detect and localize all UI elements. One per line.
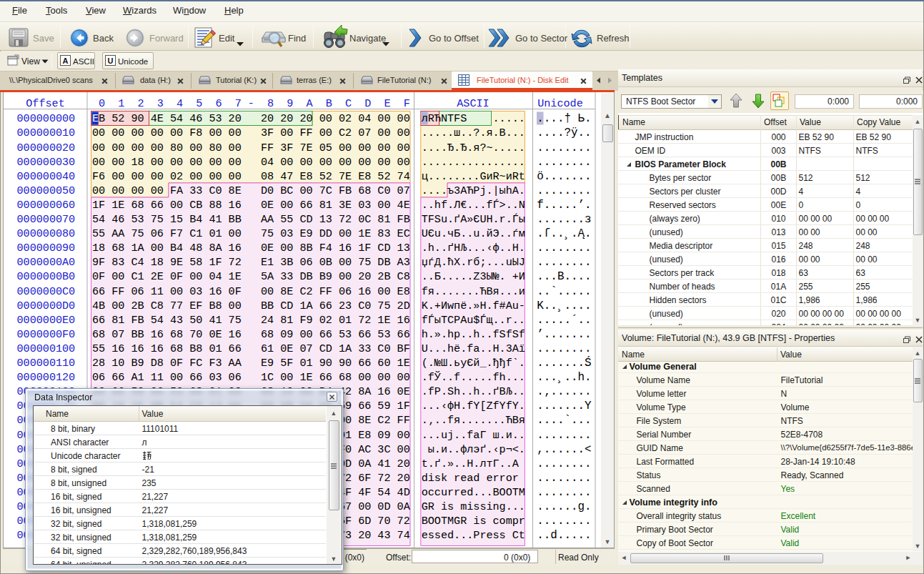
svg-text:........: ........ [537, 457, 591, 470]
svg-text:000000090: 000000090 [17, 242, 76, 254]
svg-text:0000000C0: 0000000C0 [17, 285, 76, 298]
svg-text:.‚..fя.......ЋВя: .‚..fя.......ЋВя [422, 414, 525, 427]
svg-text:........: ........ [537, 429, 591, 442]
svg-text:......g.: ......g. [537, 500, 591, 513]
svg-text:....?ÿ..: ....?ÿ.. [537, 127, 591, 139]
svg-text:(.№Ш.ьуЄй_.ђђf`.: (.№Ш.ьуЄй_.ђђf`. [422, 357, 525, 370]
svg-text:BOOTMGR is compr: BOOTMGR is compr [422, 515, 525, 528]
svg-text:00 00 00 00 80 00 80 00 FF 3: 00 00 00 00 80 00 80 00 FF 3F 7E 05 00 0… [92, 142, 410, 154]
svg-text:essed...Press Ct: essed...Press Ct [422, 529, 525, 542]
svg-text:1F 1E 68 66 00 CB 88 16 0E 0: 1F 1E 68 66 00 CB 88 16 0E 00 66 81 3E 0… [92, 199, 410, 212]
svg-text:occurred...BOOTM: occurred...BOOTM [422, 486, 525, 499]
svg-text:ASCII: ASCII [457, 97, 489, 110]
svg-text:0000000B0: 0000000B0 [17, 270, 76, 283]
svg-text:000000080: 000000080 [17, 227, 76, 240]
svg-text:EB 52 90 4E 54 46 53 20 20 2: EB 52 90 4E 54 46 53 20 20 20 20 00 02 0… [92, 112, 410, 125]
svg-text:66 81 FB 54 43 50 41 75 24 8: 66 81 FB 54 43 50 41 75 24 81 F9 02 01 7… [92, 314, 410, 327]
svg-text:000000110: 000000110 [17, 357, 76, 370]
svg-text:54 46 53 75 15 B4 41 BB AA 5: 54 46 53 75 15 B4 41 BB AA 55 CD 13 72 0… [92, 213, 410, 226]
svg-text:........: ........ [537, 256, 591, 269]
svg-text:.....´..: .....´.. [537, 314, 591, 327]
svg-text:9F 83 C4 18 9E 58 1F 72 E1 3: 9F 83 C4 18 9E 58 1F 72 E1 3B 06 0B 00 7… [92, 256, 410, 269]
svg-text:000000010: 000000010 [17, 127, 76, 139]
svg-text:fЃыTCPAu$Ѓщ..r..: fЃыTCPAu$Ѓщ..r.. [422, 314, 525, 327]
svg-text:..hf.Л€...fЃ>..N: ..hf.Л€...fЃ>..N [422, 199, 525, 212]
svg-text:000000100: 000000100 [17, 342, 76, 355]
svg-text:’.......: ’....... [537, 328, 591, 341]
svg-text:...В....: ...В.... [537, 270, 591, 283]
svg-text:Unicode: Unicode [537, 97, 583, 110]
svg-text:h.».hp..h..fSfSf: h.».hp..h..fSfSf [422, 328, 525, 341]
svg-text:..`.....: ..`..... [537, 285, 591, 298]
svg-text:000000070: 000000070 [17, 213, 76, 226]
svg-text:ц........GиR~иRt: ц........GиR~иRt [422, 170, 525, 183]
svg-text:66 FF 06 11 00 03 16 0F 00 8: 66 FF 06 11 00 03 16 0F 00 8E C2 FF 06 1… [92, 285, 410, 298]
svg-text:000000030: 000000030 [17, 156, 76, 169]
svg-text:........: ........ [537, 515, 591, 528]
svg-text:55 16 16 16 68 B8 01 66 61 0: 55 16 16 16 68 B8 01 66 61 0E 07 CD 1A 3… [92, 342, 410, 355]
svg-text:.....ш..?.я.В...: .....ш..?.я.В... [422, 127, 525, 139]
svg-text:UЄu.чБ..u.йЭ..ѓм: UЄu.чБ..u.йЭ..ѓм [422, 227, 525, 240]
svg-text:K..¸....: K..¸.... [537, 300, 591, 312]
svg-text:...uј..faГ ш.и..: ...uј..faГ ш.и.. [422, 429, 525, 442]
svg-text:t.ґ.»..Н.лтГ..A: t.ґ.»..Н.лтГ..A [422, 457, 525, 470]
svg-text:U...hё.fa..Н.3Аї: U...hё.fa..Н.3Аї [422, 342, 525, 355]
svg-text:...¸..h.: ...¸..h. [537, 371, 591, 384]
svg-text:.......Ś: .......Ś [537, 356, 591, 370]
svg-text:..d.....: ..d..... [537, 529, 591, 542]
svg-text:.h..ґHЉ...‹ф..Н.: .h..ґHЉ...‹ф..Н. [422, 242, 525, 254]
svg-text:....ъ3АЋРј.|ыhА.: ....ъ3АЋРј.|ыhА. [422, 184, 525, 197]
svg-text:........: ........ [537, 142, 591, 154]
svg-text:disk read error: disk read error [422, 472, 525, 485]
svg-text:000000020: 000000020 [17, 142, 76, 154]
svg-text:00 00 00 00 FA 33 C0 8E D0 B: 00 00 00 00 FA 33 C0 8E D0 BC 00 7C FB 6… [92, 184, 410, 197]
svg-text:4B 00 2B C8 77 EF B8 00 BB C: 4B 00 2B C8 77 EF B8 00 BB CD 1A 66 23 C… [92, 300, 410, 312]
svg-text:........: ........ [537, 486, 591, 499]
svg-text:,......<: ,......< [537, 443, 591, 456]
svg-text:.......Y: .......Y [537, 400, 592, 412]
svg-text:........: ........ [537, 242, 591, 254]
svg-text:....† Ь.: ....† Ь. [537, 112, 591, 125]
svg-text:000000040: 000000040 [17, 170, 76, 183]
svg-text:00 00 18 00 00 00 00 00 04 0: 00 00 18 00 00 00 00 00 04 00 00 00 00 0… [92, 156, 410, 169]
svg-text:.......з: .......з [537, 213, 591, 226]
svg-text:000000000: 000000000 [17, 112, 76, 125]
svg-text:.fЎ..f.....fh...: .fЎ..f.....fh... [422, 371, 525, 384]
svg-text:0000000F0: 0000000F0 [17, 328, 76, 341]
svg-text:0000000D0: 0000000D0 [17, 300, 76, 312]
svg-text:....Ђ.Ђ.я?~.....: ....Ђ.Ђ.я?~..... [422, 142, 525, 154]
svg-text:........: ........ [537, 156, 591, 169]
svg-text:18 68 1A 00 B4 48 8A 16 0E 0: 18 68 1A 00 B4 48 8A 16 0E 00 8B F4 16 1… [92, 242, 410, 254]
svg-text:0F 00 C1 2E 0F 00 04 1E 5A 3: 0F 00 C1 2E 0F 00 04 1E 5A 33 DB B9 00 2… [92, 270, 410, 283]
svg-text:................: ................ [422, 156, 525, 169]
svg-text:0 1 2 3 4 5 6 7 - 8 9: 0 1 2 3 4 5 6 7 - 8 9 A B C D E F [92, 97, 410, 110]
svg-text:0000000E0: 0000000E0 [17, 314, 76, 327]
svg-text:fя.......ЋВя...и: fя.......ЋВя...и [422, 285, 525, 298]
svg-text:F6 00 00 00 02 00 00 00 08 4: F6 00 00 00 02 00 00 00 08 47 E8 52 7E E… [92, 170, 410, 183]
svg-text:........: ........ [537, 184, 591, 197]
svg-text:K.+Иwпё.»Н.f#Аu-: K.+Иwпё.»Н.f#Аu- [422, 300, 525, 312]
svg-text:TFSu.ґA»ЄUН.r.Ѓы: TFSu.ґA»ЄUН.r.Ѓы [422, 213, 525, 226]
svg-text:06 66 A1 11 00 66 03 06 1C 0: 06 66 A1 11 00 66 03 06 1C 00 1E 66 68 0… [92, 371, 410, 384]
svg-text:GR is missing...: GR is missing... [422, 500, 525, 513]
svg-text:лRЋNTFS .....: лRЋNTFS ..... [422, 112, 525, 125]
svg-text:...‹фН.fY[ZfYfY.: ...‹фН.fY[ZfYfY. [422, 400, 525, 412]
svg-text:.ſ..¸.Ą.: .ſ..¸.Ą. [537, 227, 591, 240]
svg-text:000000060: 000000060 [17, 199, 76, 212]
svg-text:E: E [92, 112, 99, 125]
svg-text:.fP.Sh..h..ґBЉ..: .fP.Sh..h..ґBЉ.. [422, 385, 525, 398]
svg-text:џѓД.ћX.rб;...uЫЈ: џѓД.ћX.rб;...uЫЈ [422, 256, 525, 269]
svg-text:ö.......: ö....... [537, 170, 591, 183]
svg-text:f.....’.: f.....’. [537, 199, 591, 212]
svg-text:55 AA 75 06 F7 C1 01 00 75 0: 55 AA 75 06 F7 C1 01 00 75 03 E9 DD 00 1… [92, 227, 410, 240]
svg-text:..Б.....Z3Ы№. +И: ..Б.....Z3Ы№. +И [422, 270, 525, 283]
svg-text:00 00 00 00 00 F8 00 00 3F 0: 00 00 00 00 00 F8 00 00 3F 00 FF 00 C2 0… [92, 127, 410, 139]
svg-text:000000050: 000000050 [17, 184, 76, 197]
svg-text:.‚......: .‚...... [537, 385, 591, 398]
svg-text:0000000A0: 0000000A0 [17, 256, 76, 269]
svg-text:Offset: Offset [26, 97, 64, 110]
svg-text:........: ........ [537, 472, 591, 485]
svg-text:68 07 BB 16 68 70 0E 16 68 0: 68 07 BB 16 68 70 0E 16 68 09 00 66 53 6… [92, 328, 410, 341]
svg-text:....`...: ....`... [537, 414, 591, 427]
svg-text:ы.и..флэґ.‹р¬<.: ы.и..флэґ.‹р¬<. [422, 443, 525, 456]
